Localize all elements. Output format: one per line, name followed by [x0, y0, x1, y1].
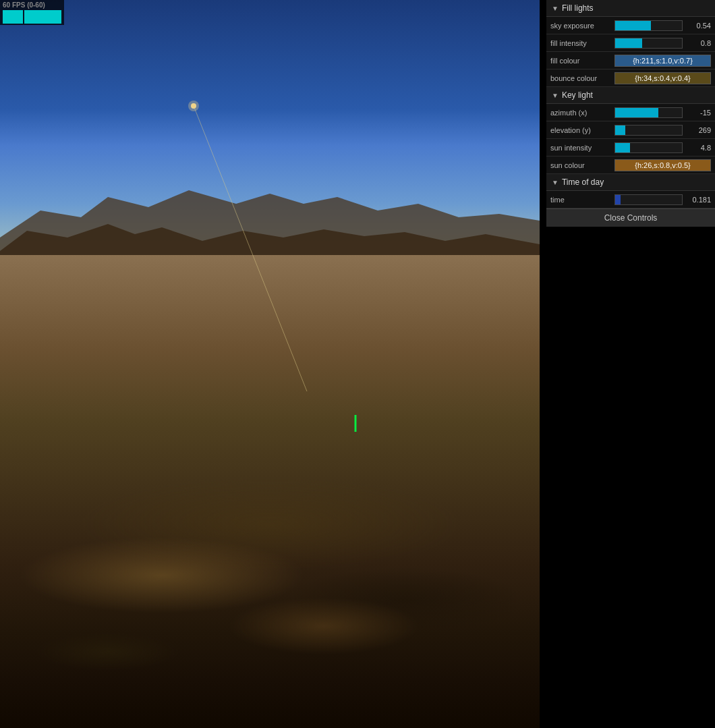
time-fill	[615, 195, 621, 204]
time-label: time	[550, 196, 614, 204]
sky-exposure-row: sky exposure 0.54	[546, 17, 715, 34]
sun-intensity-fill	[615, 143, 630, 152]
bounce-colour-value[interactable]: {h:34,s:0.4,v:0.4}	[614, 72, 711, 84]
bounce-colour-label: bounce colour	[550, 74, 614, 82]
elevation-label: elevation (y)	[550, 126, 614, 134]
sun-colour-container: {h:26,s:0.8,v:0.5}	[614, 159, 711, 171]
azimuth-row: azimuth (x) -15	[546, 104, 715, 121]
fill-intensity-fill	[615, 38, 642, 48]
sky-exposure-fill	[615, 21, 651, 30]
fill-lights-title: Fill lights	[562, 3, 594, 13]
time-value: 0.181	[685, 196, 711, 204]
sun-colour-label: sun colour	[550, 161, 614, 169]
fill-intensity-value: 0.8	[685, 39, 711, 47]
fill-colour-value[interactable]: {h:211,s:1.0,v:0.7}	[614, 55, 711, 67]
fps-bars	[3, 10, 61, 24]
sky-exposure-slider[interactable]	[614, 20, 683, 31]
time-of-day-arrow: ▼	[552, 179, 559, 186]
key-light-header[interactable]: ▼ Key light	[546, 87, 715, 104]
fill-colour-container: {h:211,s:1.0,v:0.7}	[614, 55, 711, 67]
elevation-row: elevation (y) 269	[546, 121, 715, 139]
sky-exposure-label: sky exposure	[550, 22, 614, 30]
sun-intensity-slider[interactable]	[614, 142, 683, 153]
fill-intensity-slider-container: 0.8	[614, 38, 711, 49]
time-slider[interactable]	[614, 194, 683, 205]
fps-label: 60 FPS (0-60)	[3, 1, 61, 9]
sky-exposure-value: 0.54	[685, 22, 711, 30]
elevation-fill	[615, 125, 625, 135]
elevation-slider[interactable]	[614, 125, 683, 136]
svg-point-3	[188, 101, 199, 111]
fps-bar-2	[24, 10, 61, 24]
time-slider-container: 0.181	[614, 194, 711, 205]
sun-colour-row: sun colour {h:26,s:0.8,v:0.5}	[546, 157, 715, 174]
azimuth-slider[interactable]	[614, 107, 683, 118]
key-light-title: Key light	[562, 90, 593, 100]
azimuth-value: -15	[685, 109, 711, 117]
time-row: time 0.181	[546, 191, 715, 208]
fill-colour-row: fill colour {h:211,s:1.0,v:0.7}	[546, 52, 715, 69]
fill-intensity-slider[interactable]	[614, 38, 683, 49]
fill-lights-arrow: ▼	[552, 5, 559, 12]
close-controls-button[interactable]: Close Controls	[546, 208, 715, 227]
elevation-value: 269	[685, 126, 711, 134]
svg-point-2	[191, 103, 196, 109]
viewport: 60 FPS (0-60)	[0, 0, 540, 728]
time-of-day-title: Time of day	[562, 177, 604, 187]
fill-colour-label: fill colour	[550, 57, 614, 65]
bounce-colour-row: bounce colour {h:34,s:0.4,v:0.4}	[546, 69, 715, 87]
fps-counter: 60 FPS (0-60)	[0, 0, 64, 25]
sun-intensity-value: 4.8	[685, 144, 711, 152]
elevation-slider-container: 269	[614, 125, 711, 136]
fill-intensity-label: fill intensity	[550, 39, 614, 47]
sun-colour-value[interactable]: {h:26,s:0.8,v:0.5}	[614, 159, 711, 171]
fps-bar-1	[3, 10, 23, 24]
sun-intensity-slider-container: 4.8	[614, 142, 711, 153]
controls-panel: ▼ Fill lights sky exposure 0.54 fill int…	[546, 0, 715, 227]
azimuth-fill	[615, 108, 658, 117]
sun-intensity-row: sun intensity 4.8	[546, 139, 715, 157]
fill-lights-header[interactable]: ▼ Fill lights	[546, 0, 715, 17]
azimuth-slider-container: -15	[614, 107, 711, 118]
sky-exposure-slider-container: 0.54	[614, 20, 711, 31]
key-light-arrow: ▼	[552, 92, 559, 99]
sun-intensity-label: sun intensity	[550, 144, 614, 152]
azimuth-label: azimuth (x)	[550, 109, 614, 117]
time-of-day-header[interactable]: ▼ Time of day	[546, 174, 715, 191]
bounce-colour-container: {h:34,s:0.4,v:0.4}	[614, 72, 711, 84]
fill-intensity-row: fill intensity 0.8	[546, 34, 715, 52]
